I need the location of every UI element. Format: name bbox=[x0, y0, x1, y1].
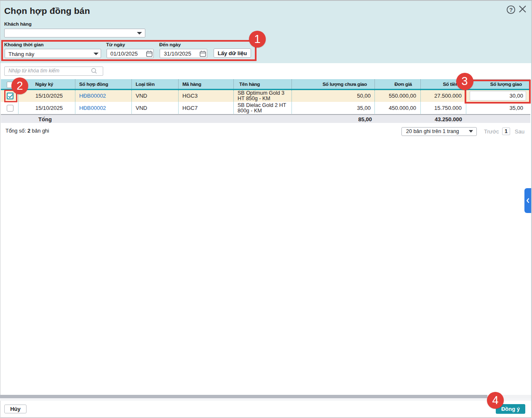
svg-text:?: ? bbox=[509, 7, 513, 13]
